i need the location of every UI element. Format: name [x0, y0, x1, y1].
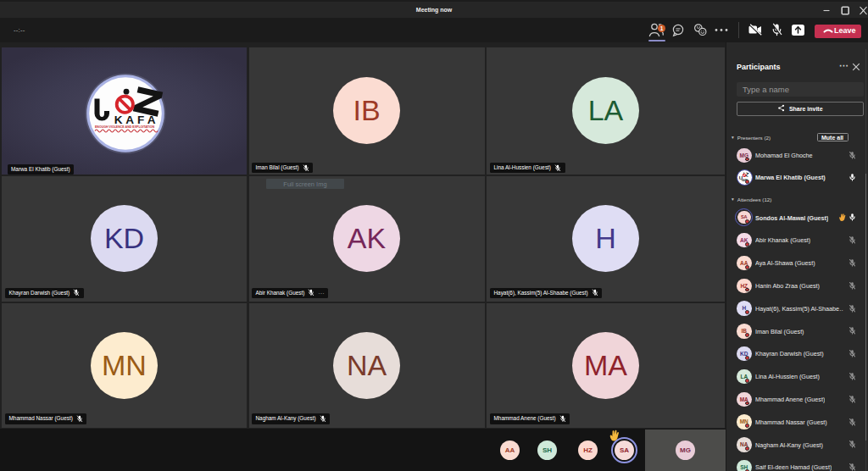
svg-text:KAFA: KAFA	[114, 114, 159, 126]
svg-text:ENOUGH VIOLENCE AND EXPLOITATI: ENOUGH VIOLENCE AND EXPLOITATION	[95, 125, 155, 129]
